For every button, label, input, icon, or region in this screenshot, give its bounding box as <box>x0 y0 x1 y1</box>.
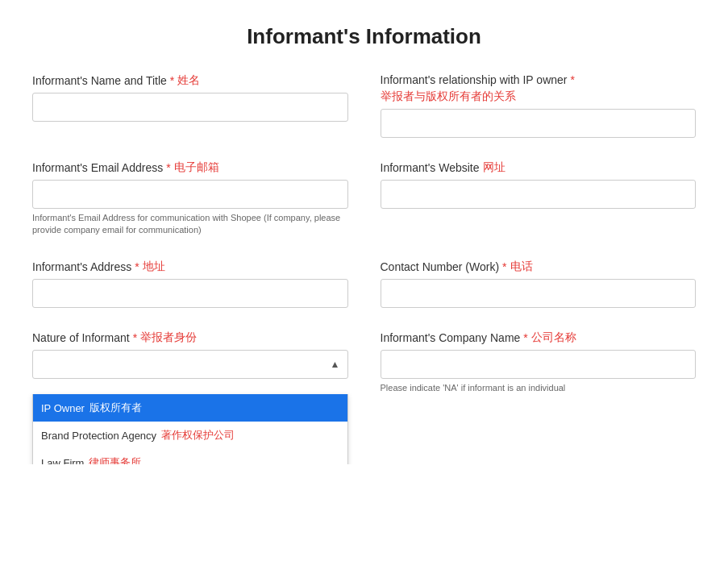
label-contact-text: Contact Number (Work) <box>381 260 500 273</box>
dropdown-chinese-ip-owner: 版权所有者 <box>89 401 142 415</box>
company-helper-text: Please indicate 'NA' if informant is an … <box>381 382 697 394</box>
form-row-2: Informant's Email Address * 电子邮箱 Informa… <box>32 160 696 237</box>
label-address: Informant's Address * 地址 <box>32 260 348 274</box>
label-website: Informant's Website 网址 <box>381 160 697 175</box>
label-nature: Nature of Informant * 举报者身份 <box>32 330 348 345</box>
label-company-text: Informant's Company Name <box>381 331 521 344</box>
label-company-chinese: 公司名称 <box>531 330 576 345</box>
form-row-4: Nature of Informant * 举报者身份 IP Owner 版权所… <box>32 330 696 394</box>
dropdown-item-ip-owner[interactable]: IP Owner 版权所有者 <box>33 394 347 422</box>
form-group-address: Informant's Address * 地址 <box>32 260 348 308</box>
required-star-company: * <box>523 331 527 344</box>
form-group-contact: Contact Number (Work) * 电话 <box>381 260 697 308</box>
form-row-1: Informant's Name and Title * 姓名 Informan… <box>32 73 696 138</box>
dropdown-label-brand-protection: Brand Protection Agency <box>41 430 156 442</box>
label-company: Informant's Company Name * 公司名称 <box>381 330 697 345</box>
form-group-company: Informant's Company Name * 公司名称 Please i… <box>381 330 697 394</box>
required-star-name: * <box>170 74 174 87</box>
label-relationship: Informant's relationship with IP owner *… <box>381 73 697 104</box>
form-group-nature: Nature of Informant * 举报者身份 IP Owner 版权所… <box>32 330 348 394</box>
dropdown-chinese-brand-protection: 著作权保护公司 <box>161 428 235 443</box>
label-name: Informant's Name and Title * 姓名 <box>32 73 348 88</box>
company-input[interactable] <box>381 350 697 379</box>
label-address-text: Informant's Address <box>32 260 131 273</box>
label-email: Informant's Email Address * 电子邮箱 <box>32 160 348 175</box>
nature-select-wrapper: IP Owner 版权所有者 Brand Protection Agency 著… <box>32 350 348 379</box>
form-group-website: Informant's Website 网址 <box>381 160 697 237</box>
label-contact: Contact Number (Work) * 电话 <box>381 260 697 274</box>
form-group-name: Informant's Name and Title * 姓名 <box>32 73 348 138</box>
nature-select[interactable]: IP Owner 版权所有者 Brand Protection Agency 著… <box>32 350 348 379</box>
address-input[interactable] <box>32 279 348 308</box>
nature-dropdown: IP Owner 版权所有者 Brand Protection Agency 著… <box>32 394 348 464</box>
website-input[interactable] <box>381 180 697 209</box>
label-name-text: Informant's Name and Title <box>32 74 167 87</box>
page-title: Informant's Information <box>32 24 696 49</box>
dropdown-label-law-firm: Law Firm <box>41 457 84 465</box>
email-helper-text: Informant's Email Address for communicat… <box>32 212 348 237</box>
label-email-text: Informant's Email Address <box>32 161 163 174</box>
form-group-email: Informant's Email Address * 电子邮箱 Informa… <box>32 160 348 237</box>
relationship-input[interactable] <box>381 109 697 138</box>
label-relationship-chinese: 举报者与版权所有者的关系 <box>381 89 516 104</box>
dropdown-label-ip-owner: IP Owner <box>41 402 85 414</box>
form-group-relationship: Informant's relationship with IP owner *… <box>381 73 697 138</box>
dropdown-chinese-law-firm: 律师事务所 <box>89 455 141 464</box>
label-nature-chinese: 举报者身份 <box>140 330 197 345</box>
label-name-chinese: 姓名 <box>177 73 200 88</box>
required-star-address: * <box>135 260 139 273</box>
label-website-chinese: 网址 <box>483 160 505 175</box>
form-row-3: Informant's Address * 地址 Contact Number … <box>32 260 696 308</box>
label-address-chinese: 地址 <box>143 260 165 274</box>
required-star-nature: * <box>133 331 137 344</box>
contact-input[interactable] <box>381 279 697 308</box>
dropdown-item-brand-protection[interactable]: Brand Protection Agency 著作权保护公司 <box>33 422 347 449</box>
label-nature-text: Nature of Informant <box>32 331 130 344</box>
required-star-email: * <box>166 161 170 174</box>
label-email-chinese: 电子邮箱 <box>174 160 219 175</box>
required-star-relationship: * <box>570 73 574 86</box>
dropdown-item-law-firm[interactable]: Law Firm 律师事务所 <box>33 449 347 464</box>
label-website-text: Informant's Website <box>381 161 480 174</box>
email-input[interactable] <box>32 180 348 209</box>
name-input[interactable] <box>32 93 348 122</box>
page-container: Informant's Information Informant's Name… <box>0 0 728 464</box>
required-star-contact: * <box>502 260 506 273</box>
label-contact-chinese: 电话 <box>510 260 533 274</box>
label-relationship-text: Informant's relationship with IP owner <box>381 73 568 86</box>
